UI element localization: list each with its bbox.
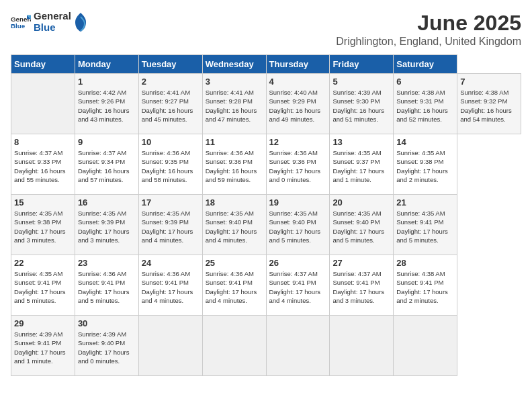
logo-icon: General Blue <box>11 14 31 30</box>
calendar-cell-day-21: 21Sunrise: 4:35 AMSunset: 9:41 PMDayligh… <box>394 195 457 255</box>
header-wednesday: Wednesday <box>202 55 266 74</box>
header-thursday: Thursday <box>266 55 330 74</box>
calendar-cell-day-18: 18Sunrise: 4:35 AMSunset: 9:40 PMDayligh… <box>202 195 266 255</box>
calendar-cell-day-25: 25Sunrise: 4:36 AMSunset: 9:41 PMDayligh… <box>202 255 266 316</box>
empty-cell <box>138 316 202 376</box>
empty-cell <box>394 316 457 376</box>
calendar-week-1: 1Sunrise: 4:42 AMSunset: 9:26 PMDaylight… <box>11 74 521 134</box>
logo-wave-icon <box>74 13 87 32</box>
empty-cell <box>266 316 330 376</box>
calendar-week-3: 15Sunrise: 4:35 AMSunset: 9:38 PMDayligh… <box>11 195 521 255</box>
calendar-cell-day-15: 15Sunrise: 4:35 AMSunset: 9:38 PMDayligh… <box>11 195 75 255</box>
calendar-cell-day-16: 16Sunrise: 4:35 AMSunset: 9:39 PMDayligh… <box>75 195 138 255</box>
main-title: June 2025 <box>336 11 521 36</box>
calendar-cell-day-10: 10Sunrise: 4:36 AMSunset: 9:35 PMDayligh… <box>138 134 202 195</box>
calendar-cell-day-14: 14Sunrise: 4:35 AMSunset: 9:38 PMDayligh… <box>394 134 457 195</box>
calendar-cell-day-26: 26Sunrise: 4:37 AMSunset: 9:41 PMDayligh… <box>266 255 330 316</box>
header-monday: Monday <box>75 55 138 74</box>
calendar-cell-day-28: 28Sunrise: 4:38 AMSunset: 9:41 PMDayligh… <box>394 255 457 316</box>
calendar-cell-day-22: 22Sunrise: 4:35 AMSunset: 9:41 PMDayligh… <box>11 255 75 316</box>
logo-blue: Blue <box>34 22 71 34</box>
calendar-cell-day-20: 20Sunrise: 4:35 AMSunset: 9:40 PMDayligh… <box>330 195 394 255</box>
calendar-cell-day-11: 11Sunrise: 4:36 AMSunset: 9:36 PMDayligh… <box>202 134 266 195</box>
empty-cell <box>330 316 394 376</box>
empty-cell <box>11 74 75 134</box>
calendar-cell-day-7: 7Sunrise: 4:38 AMSunset: 9:32 PMDaylight… <box>457 74 521 134</box>
calendar-cell-day-13: 13Sunrise: 4:35 AMSunset: 9:37 PMDayligh… <box>330 134 394 195</box>
calendar-table: SundayMondayTuesdayWednesdayThursdayFrid… <box>11 54 521 376</box>
logo: General Blue General Blue <box>11 11 87 33</box>
svg-text:Blue: Blue <box>11 22 26 30</box>
header-tuesday: Tuesday <box>138 55 202 74</box>
empty-cell <box>202 316 266 376</box>
calendar-cell-day-17: 17Sunrise: 4:35 AMSunset: 9:39 PMDayligh… <box>138 195 202 255</box>
calendar-cell-day-24: 24Sunrise: 4:36 AMSunset: 9:41 PMDayligh… <box>138 255 202 316</box>
calendar-cell-day-29: 29Sunrise: 4:39 AMSunset: 9:41 PMDayligh… <box>11 316 75 376</box>
calendar-cell-day-9: 9Sunrise: 4:37 AMSunset: 9:34 PMDaylight… <box>75 134 138 195</box>
calendar-cell-day-5: 5Sunrise: 4:39 AMSunset: 9:30 PMDaylight… <box>330 74 394 134</box>
calendar-cell-day-1: 1Sunrise: 4:42 AMSunset: 9:26 PMDaylight… <box>75 74 138 134</box>
calendar-header-row: SundayMondayTuesdayWednesdayThursdayFrid… <box>11 55 521 74</box>
calendar-cell-day-4: 4Sunrise: 4:40 AMSunset: 9:29 PMDaylight… <box>266 74 330 134</box>
header-saturday: Saturday <box>394 55 457 74</box>
logo-general: General <box>34 11 71 22</box>
page-header: General Blue General Blue June 2025 Drig… <box>11 11 521 48</box>
calendar-week-4: 22Sunrise: 4:35 AMSunset: 9:41 PMDayligh… <box>11 255 521 316</box>
header-friday: Friday <box>330 55 394 74</box>
calendar-week-2: 8Sunrise: 4:37 AMSunset: 9:33 PMDaylight… <box>11 134 521 195</box>
calendar-cell-day-6: 6Sunrise: 4:38 AMSunset: 9:31 PMDaylight… <box>394 74 457 134</box>
calendar-cell-day-27: 27Sunrise: 4:37 AMSunset: 9:41 PMDayligh… <box>330 255 394 316</box>
subtitle: Drighlington, England, United Kingdom <box>336 36 521 48</box>
title-area: June 2025 Drighlington, England, United … <box>336 11 521 48</box>
calendar-cell-day-30: 30Sunrise: 4:39 AMSunset: 9:40 PMDayligh… <box>75 316 138 376</box>
calendar-week-5: 29Sunrise: 4:39 AMSunset: 9:41 PMDayligh… <box>11 316 521 376</box>
calendar-body: 1Sunrise: 4:42 AMSunset: 9:26 PMDaylight… <box>11 74 521 376</box>
calendar-cell-day-8: 8Sunrise: 4:37 AMSunset: 9:33 PMDaylight… <box>11 134 75 195</box>
calendar-cell-day-19: 19Sunrise: 4:35 AMSunset: 9:40 PMDayligh… <box>266 195 330 255</box>
calendar-cell-day-12: 12Sunrise: 4:36 AMSunset: 9:36 PMDayligh… <box>266 134 330 195</box>
header-sunday: Sunday <box>11 55 75 74</box>
calendar-cell-day-3: 3Sunrise: 4:41 AMSunset: 9:28 PMDaylight… <box>202 74 266 134</box>
calendar-cell-day-2: 2Sunrise: 4:41 AMSunset: 9:27 PMDaylight… <box>138 74 202 134</box>
calendar-cell-day-23: 23Sunrise: 4:36 AMSunset: 9:41 PMDayligh… <box>75 255 138 316</box>
